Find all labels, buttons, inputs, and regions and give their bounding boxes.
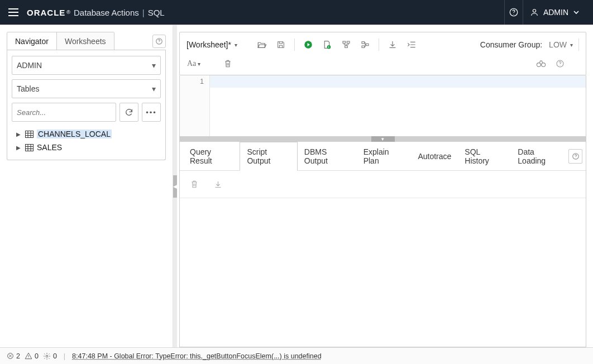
- consumer-group-dropdown[interactable]: LOW ▾: [549, 40, 573, 49]
- caret-down-icon: ▾: [152, 84, 156, 93]
- svg-point-2: [533, 9, 535, 12]
- clear-output-button[interactable]: [186, 176, 202, 192]
- results-tabs: Query Result Script Output DBMS Output E…: [180, 142, 586, 171]
- svg-point-22: [28, 357, 28, 358]
- status-warnings-count: 0: [35, 352, 39, 360]
- font-settings-button[interactable]: Aa ▾: [184, 56, 203, 71]
- schema-search-input[interactable]: [12, 103, 116, 122]
- status-separator: |: [64, 352, 65, 360]
- editor-column: [Worksheet]* ▾: [177, 25, 593, 347]
- indent-icon: [407, 41, 416, 49]
- download-button[interactable]: [385, 37, 400, 52]
- line-number: 1: [180, 75, 210, 88]
- tab-sql-history[interactable]: SQL History: [458, 142, 511, 170]
- worksheet-name: [Worksheet]*: [186, 40, 231, 49]
- page-title: SQL: [148, 8, 165, 17]
- run-script-button[interactable]: [319, 37, 335, 52]
- object-tree: ▶ CHANNELS_LOCAL ▶ SALES: [12, 127, 161, 154]
- find-button[interactable]: [533, 56, 549, 71]
- download-icon: [388, 40, 397, 49]
- font-icon: Aa: [187, 59, 196, 68]
- status-processes[interactable]: 0: [43, 352, 57, 360]
- save-icon: [276, 40, 285, 49]
- svg-point-23: [46, 355, 48, 357]
- more-menu-button[interactable]: •••: [142, 103, 161, 122]
- save-button[interactable]: [273, 37, 289, 52]
- explain-button[interactable]: [338, 37, 354, 52]
- tab-worksheets[interactable]: Worksheets: [57, 32, 114, 50]
- play-circle-icon: [303, 40, 313, 50]
- tree-label: CHANNELS_LOCAL: [37, 130, 112, 138]
- download-output-button[interactable]: [210, 176, 226, 192]
- gear-icon: [43, 352, 51, 360]
- sidebar-help-button[interactable]: [152, 35, 166, 48]
- table-icon: [25, 144, 34, 151]
- editor-active-line[interactable]: [210, 75, 586, 88]
- status-bar: 2 0 0 | 8:47:48 PM - Global Error: TypeE…: [0, 347, 593, 364]
- svg-rect-12: [362, 42, 365, 44]
- tab-query-result[interactable]: Query Result: [183, 142, 240, 170]
- caret-down-icon: ▾: [235, 42, 237, 48]
- editor-help-button[interactable]: [552, 56, 568, 71]
- folder-open-icon: [257, 40, 267, 49]
- tab-dbms-output[interactable]: DBMS Output: [298, 142, 357, 170]
- header-separator: |: [142, 8, 145, 17]
- horizontal-split-handle[interactable]: ▾: [179, 136, 586, 142]
- sql-editor[interactable]: 1: [179, 75, 586, 137]
- main-area: Navigator Worksheets ADMIN ▾ Tables ▾: [0, 25, 593, 347]
- svg-rect-9: [343, 41, 346, 43]
- user-menu[interactable]: ADMIN: [523, 0, 587, 25]
- status-warnings[interactable]: 0: [25, 352, 39, 360]
- hamburger-icon[interactable]: [8, 7, 19, 18]
- caret-down-icon: ▾: [570, 42, 573, 48]
- results-help-button[interactable]: [568, 149, 582, 164]
- header-help-button[interactable]: [504, 0, 523, 25]
- results-panel: Query Result Script Output DBMS Output E…: [179, 142, 586, 347]
- schema-value: ADMIN: [17, 61, 42, 70]
- status-errors-count: 2: [16, 352, 20, 360]
- tree-item-sales[interactable]: ▶ SALES: [15, 141, 161, 154]
- explain-plan-icon: [342, 40, 351, 49]
- open-button[interactable]: [254, 37, 270, 52]
- schema-dropdown[interactable]: ADMIN ▾: [12, 56, 161, 75]
- editor-blank-area[interactable]: [210, 88, 586, 136]
- tree-label: SALES: [37, 143, 62, 152]
- tab-script-output[interactable]: Script Output: [240, 142, 297, 171]
- svg-rect-13: [362, 46, 365, 47]
- script-output-area: [180, 198, 586, 347]
- trash-icon: [190, 180, 198, 189]
- tab-autotrace[interactable]: Autotrace: [411, 147, 458, 166]
- user-icon: [530, 8, 539, 17]
- expand-arrow-icon: ▶: [16, 145, 22, 151]
- autotrace-button[interactable]: [357, 37, 373, 52]
- run-statement-button[interactable]: [300, 37, 316, 52]
- help-icon: [556, 59, 565, 68]
- run-script-icon: [322, 40, 332, 50]
- binoculars-icon: [536, 60, 546, 68]
- collapse-down-icon: ▾: [371, 136, 395, 142]
- refresh-button[interactable]: [119, 103, 138, 122]
- brand-logo: ORACLE: [27, 8, 65, 17]
- svg-rect-6: [26, 144, 34, 151]
- svg-point-1: [513, 14, 514, 15]
- object-type-value: Tables: [17, 84, 39, 93]
- clear-button[interactable]: [220, 56, 236, 71]
- tab-explain-plan[interactable]: Explain Plan: [357, 142, 412, 170]
- chevron-down-icon: [573, 9, 580, 16]
- format-button[interactable]: [404, 37, 419, 52]
- sidebar-tabs: Navigator Worksheets: [7, 32, 114, 50]
- tab-data-loading[interactable]: Data Loading: [511, 142, 568, 170]
- status-errors[interactable]: 2: [7, 352, 20, 360]
- worksheet-selector[interactable]: [Worksheet]* ▾: [184, 40, 240, 49]
- sidebar: Navigator Worksheets ADMIN ▾ Tables ▾: [0, 25, 173, 347]
- svg-rect-11: [345, 46, 348, 47]
- tree-item-channels-local[interactable]: ▶ CHANNELS_LOCAL: [15, 127, 161, 141]
- svg-rect-5: [26, 131, 34, 137]
- vertical-split-handle[interactable]: ◀: [173, 25, 177, 347]
- object-type-dropdown[interactable]: Tables ▾: [12, 79, 161, 98]
- tab-navigator[interactable]: Navigator: [7, 32, 57, 50]
- status-message[interactable]: 8:47:48 PM - Global Error: TypeError: th…: [72, 352, 322, 360]
- caret-down-icon: ▾: [198, 61, 200, 67]
- download-icon: [214, 180, 222, 189]
- svg-rect-10: [347, 41, 350, 43]
